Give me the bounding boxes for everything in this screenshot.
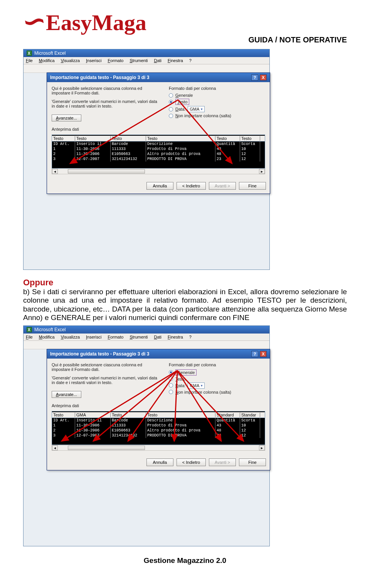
advanced-button[interactable]: Avanzate... (52, 391, 81, 398)
excel-title-text: Microsoft Excel (34, 327, 66, 332)
excel-titlebar: Microsoft Excel (24, 326, 269, 334)
horizontal-scrollbar[interactable]: ◄► (52, 445, 265, 451)
menu-formato[interactable]: Formato (108, 335, 123, 339)
wizard-title-text: Importazione guidata testo - Passaggio 3… (50, 75, 149, 80)
cancel-button[interactable]: Annulla (146, 182, 173, 190)
data-preview-1: TestoTestoTestoTestoTestoTesto ID Art.In… (52, 135, 265, 168)
menu-inserisci[interactable]: Inserisci (86, 58, 101, 63)
excel-menubar: File Modifica Visualizza Inserisci Forma… (24, 334, 269, 341)
finish-button[interactable]: Fine (239, 458, 266, 466)
menu-modifica[interactable]: Modifica (39, 58, 55, 63)
cancel-button[interactable]: Annulla (146, 458, 173, 466)
excel-toolbar (24, 341, 269, 349)
help-button[interactable]: ? (251, 74, 258, 81)
date-format-select[interactable]: GMA▾ (188, 382, 205, 389)
excel-toolbar (24, 64, 269, 73)
wizard-instruction-1: Qui è possibile selezionare ciascuna col… (52, 362, 160, 372)
menu-visualizza[interactable]: Visualizza (61, 58, 80, 63)
excel-window-1: Microsoft Excel File Modifica Visualizza… (23, 49, 270, 270)
wizard-instruction-2: 'Generale' converte valori numerici in n… (52, 99, 160, 108)
logo-text: ∽EasyMaga (23, 10, 146, 35)
radio-data[interactable]: Data: GMA▾ (169, 382, 265, 389)
excel-icon (27, 327, 32, 332)
menu-formato[interactable]: Formato (108, 58, 123, 63)
radio-skip[interactable]: Non importare colonna (salta) (169, 113, 265, 118)
excel-menubar: File Modifica Visualizza Inserisci Forma… (24, 57, 269, 64)
radio-data[interactable]: Data: GMA▾ (169, 106, 265, 112)
data-preview-2: TestoGMATestoTestoStandardStandar ID Art… (52, 411, 265, 445)
help-button[interactable]: ? (251, 351, 258, 357)
body-paragraph: b) Se i dati ci serviranno per effettuar… (23, 288, 347, 322)
back-button[interactable]: < Indietro (177, 182, 206, 190)
wizard-titlebar: Importazione guidata testo - Passaggio 3… (47, 73, 270, 82)
menu-help[interactable]: ? (189, 335, 192, 339)
menu-file[interactable]: File (26, 335, 33, 339)
preview-label: Anteprima dati (52, 403, 265, 408)
next-button: Avanti > (209, 182, 236, 190)
excel-title-text: Microsoft Excel (34, 51, 66, 56)
chevron-down-icon: ▾ (201, 107, 203, 111)
menu-finestra[interactable]: Finestra (168, 335, 183, 339)
radio-skip[interactable]: Non importare colonna (salta) (169, 390, 265, 394)
group-label: Formato dati per colonna (169, 362, 265, 367)
menu-dati[interactable]: Dati (154, 335, 161, 339)
close-button[interactable]: X (260, 351, 267, 357)
menu-modifica[interactable]: Modifica (39, 335, 55, 339)
finish-button[interactable]: Fine (239, 182, 266, 190)
menu-file[interactable]: File (26, 58, 33, 63)
menu-strumenti[interactable]: Strumenti (130, 335, 148, 339)
back-button[interactable]: < Indietro (177, 458, 206, 466)
radio-testo[interactable]: Testo (169, 99, 265, 105)
excel-window-2: Microsoft Excel File Modifica Visualizza… (23, 325, 270, 546)
import-wizard-1: Importazione guidata testo - Passaggio 3… (47, 72, 270, 194)
wizard-instruction-1: Qui è possibile selezionare ciascuna col… (52, 86, 160, 95)
page-footer: Gestione Magazzino 2.0 (23, 556, 347, 565)
close-button[interactable]: X (260, 74, 267, 81)
menu-strumenti[interactable]: Strumenti (130, 58, 148, 63)
menu-help[interactable]: ? (189, 58, 192, 63)
page-title: GUIDA / NOTE OPERATIVE (23, 35, 347, 44)
radio-generale[interactable]: Generale (169, 369, 265, 376)
radio-generale[interactable]: Generale (169, 93, 265, 98)
horizontal-scrollbar[interactable]: ◄► (52, 168, 265, 174)
chevron-down-icon: ▾ (201, 384, 203, 388)
menu-finestra[interactable]: Finestra (168, 58, 183, 63)
excel-icon (27, 51, 32, 56)
import-wizard-2: Importazione guidata testo - Passaggio 3… (47, 349, 270, 470)
logo-area: ∽EasyMaga (23, 8, 347, 35)
group-label: Formato dati per colonna (169, 86, 265, 91)
menu-inserisci[interactable]: Inserisci (86, 335, 101, 339)
oppure-heading: Oppure (23, 278, 347, 288)
date-format-select[interactable]: GMA▾ (188, 106, 205, 112)
radio-testo[interactable]: Testo (169, 377, 265, 381)
menu-visualizza[interactable]: Visualizza (61, 335, 80, 339)
next-button: Avanti > (209, 458, 236, 466)
wizard-instruction-2: 'Generale' converte valori numerici in n… (52, 376, 160, 385)
excel-titlebar: Microsoft Excel (24, 49, 269, 57)
wizard-titlebar: Importazione guidata testo - Passaggio 3… (47, 349, 270, 359)
preview-label: Anteprima dati (52, 127, 265, 131)
wizard-title-text: Importazione guidata testo - Passaggio 3… (50, 351, 149, 357)
menu-dati[interactable]: Dati (154, 58, 161, 63)
advanced-button[interactable]: Avanzate... (52, 115, 81, 121)
